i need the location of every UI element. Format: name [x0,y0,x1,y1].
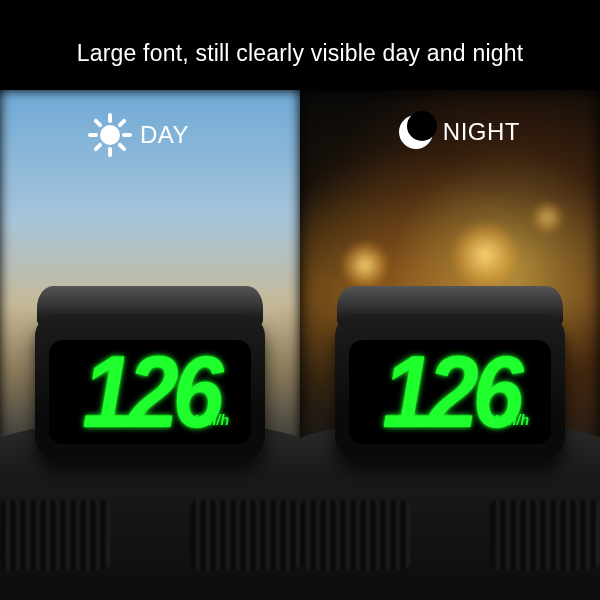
night-label: NIGHT [443,118,520,146]
device-body: 126 Km/h [335,314,565,460]
night-panel: 126 Km/h [300,90,600,600]
night-indicator: NIGHT [399,115,520,149]
comparison-panels: 126 Km/h 126 Km/h [0,90,600,600]
moon-icon [399,115,433,149]
speed-unit: Km/h [194,412,229,428]
device-screen: 126 Km/h [49,340,251,444]
air-vent [0,500,110,570]
hud-device: 126 Km/h [335,300,565,460]
air-vent [190,500,300,570]
air-vent [490,500,600,570]
bokeh-light [340,240,390,290]
bokeh-light [530,200,565,235]
hud-device: 126 Km/h [35,300,265,460]
headline-text: Large font, still clearly visible day an… [0,40,600,67]
sun-icon [90,115,130,155]
device-body: 126 Km/h [35,314,265,460]
day-panel: 126 Km/h [0,90,300,600]
device-screen: 126 Km/h [349,340,551,444]
air-vent [300,500,410,570]
speed-unit: Km/h [494,412,529,428]
bokeh-light [450,220,520,290]
day-indicator: DAY [90,115,189,155]
day-label: DAY [140,121,189,149]
